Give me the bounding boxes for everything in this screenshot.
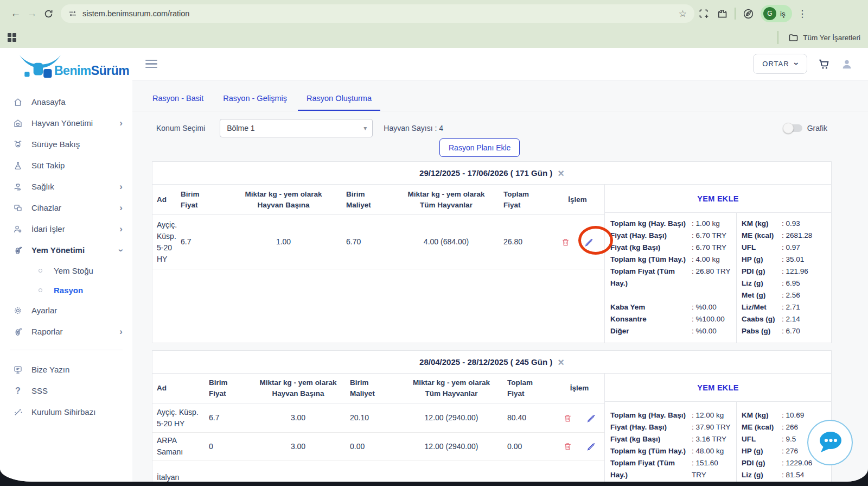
close-icon[interactable]: ×: [558, 357, 564, 368]
sidebar: BenimSürüm Anasayfa Hayvan Yönetimi › Sü…: [0, 48, 132, 482]
unit-cost: 20.10: [346, 412, 400, 424]
sidebar-item-idari-isler[interactable]: İdari İşler ›: [0, 218, 132, 239]
table-row: İtalyan: [152, 460, 604, 482]
stat-row: Toplam kg (Tüm Hay.): 4.00 kg: [610, 254, 734, 266]
sidebar-item-sut-takip[interactable]: Süt Takip: [0, 155, 132, 176]
sidebar-item-raporlar[interactable]: Raporlar ›: [0, 321, 132, 342]
health-icon: [12, 181, 23, 192]
browser-window: ← → sistem.benimsurum.com/ration ☆: [0, 0, 868, 482]
controls-row: Konum Seçimi Bölme 1 ▾ Hayvan Sayısı : 4…: [156, 119, 827, 137]
back-icon[interactable]: ←: [8, 8, 24, 20]
site-settings-icon[interactable]: [68, 9, 77, 18]
app-logo[interactable]: BenimSürüm: [0, 48, 132, 81]
chrome-menu-icon[interactable]: ⋮: [795, 8, 809, 20]
browser-chrome: ← → sistem.benimsurum.com/ration ☆: [0, 0, 868, 48]
tab-rasyon-gelismis[interactable]: Rasyon - Gelişmiş: [214, 90, 296, 111]
plan1-date-range: 29/12/2025 - 17/06/2026 ( 171 Gün ): [419, 168, 552, 178]
total-price: 80.40: [503, 412, 554, 424]
all-bookmarks-label: Tüm Yer İşaretleri: [803, 34, 860, 42]
sidebar-item-bize-yazin[interactable]: Bize Yazın: [0, 359, 132, 380]
screenshot-icon[interactable]: [694, 8, 713, 19]
app-topbar: ORTAR ›: [132, 48, 868, 80]
summary-panel: YEM EKLE Toplam kg (Hay. Başı): 1.00 kg …: [604, 185, 831, 343]
toggle-knob: [783, 123, 794, 134]
gear-icon: [12, 305, 23, 316]
sidebar-item-anasayfa[interactable]: Anasayfa: [0, 91, 132, 112]
unit-cost: 6.70: [342, 236, 393, 248]
logo-text-benim: Benim: [54, 64, 91, 78]
organization-dropdown[interactable]: ORTAR ›: [753, 54, 807, 74]
location-select-value: Bölme 1: [227, 124, 363, 132]
hamburger-menu-icon[interactable]: [145, 58, 157, 71]
sidebar-subitem-rasyon[interactable]: Rasyon: [0, 280, 132, 300]
feed-name: İtalyan: [152, 472, 205, 482]
stat-row: Pabs (g): 6.70: [742, 325, 829, 337]
add-feed-button[interactable]: YEM EKLE: [605, 374, 831, 402]
logo-text-surum: Sürüm: [91, 64, 129, 78]
sidebar-item-cihazlar[interactable]: Cihazlar ›: [0, 197, 132, 218]
sidebar-subitem-yem-stogu[interactable]: Yem Stoğu: [0, 261, 132, 280]
delete-icon[interactable]: [563, 413, 572, 423]
all-bookmarks[interactable]: Tüm Yer İşaretleri: [777, 31, 860, 44]
extensions-icon[interactable]: [713, 8, 731, 19]
sidebar-item-sss[interactable]: ? SSS: [0, 380, 132, 401]
unit-price: 6.7: [205, 412, 251, 424]
stat-row: HP (g): 35.01: [742, 254, 829, 266]
edit-pencil-icon[interactable]: [586, 441, 596, 451]
forward-icon[interactable]: →: [24, 8, 40, 20]
profile-chip[interactable]: G iş: [761, 5, 792, 22]
graph-toggle[interactable]: [784, 124, 802, 132]
cart-icon[interactable]: [818, 58, 830, 70]
qty-per-animal: 3.00: [251, 441, 346, 452]
add-feed-button[interactable]: YEM EKLE: [605, 185, 831, 213]
sidebar-item-ayarlar[interactable]: Ayarlar: [0, 300, 132, 321]
reload-icon[interactable]: [40, 9, 56, 19]
stat-row: Toplam kg (Hay. Başı): 12.00 kg: [610, 409, 734, 421]
sidebar-item-suruye-bakis[interactable]: Sürüye Bakış: [0, 134, 132, 155]
stat-row: Toplam Fiyat (Tüm Hay.): 26.80 TRY: [610, 266, 734, 289]
table-row: Ayçiç. Küsp. 5-20 HY 6.7 1.00 6.70 4.00 …: [152, 215, 604, 269]
delete-icon[interactable]: [563, 441, 572, 451]
sidebar-item-kurulum-sihirbazi[interactable]: Kurulum Sihirbazı: [0, 401, 132, 422]
sidebar-item-saglik[interactable]: Sağlık ›: [0, 176, 132, 197]
stat-row: Diğer: %0.00: [610, 325, 734, 337]
edit-pencil-icon[interactable]: [586, 413, 596, 423]
url-bar[interactable]: sistem.benimsurum.com/ration ☆: [61, 4, 694, 23]
cow-icon: [12, 139, 23, 150]
delete-icon[interactable]: [561, 237, 570, 247]
bookmarks-bar: Tüm Yer İşaretleri: [0, 27, 868, 48]
feed-table: Ad BirimFiyat Miktar kg - yem olarakHayv…: [152, 374, 604, 482]
qty-all-animals: 4.00 (684.00): [393, 236, 499, 248]
bullet-circle-icon: [39, 288, 42, 292]
sidebar-item-hayvan-yonetimi[interactable]: Hayvan Yönetimi ›: [0, 112, 132, 134]
location-select[interactable]: Bölme 1 ▾: [220, 119, 373, 137]
qty-all-animals: 12.00 (2940.00): [400, 412, 503, 424]
stat-row: Liz/Met: 2.71: [742, 301, 829, 313]
col-toplam-fiyat: ToplamFiyat: [503, 377, 554, 399]
add-ration-plan-button[interactable]: Rasyon Planı Ekle: [439, 138, 520, 157]
col-miktar-hayvan-basina: Miktar kg - yem olarakHayvan Başına: [251, 377, 346, 399]
col-islem: İşlem: [551, 194, 604, 205]
tab-rasyon-basit[interactable]: Rasyon - Basit: [144, 90, 212, 111]
total-price: 26.80: [499, 236, 551, 248]
unit-price: 0: [205, 441, 251, 452]
sidebar-item-yem-yonetimi[interactable]: Yem Yönetimi ›: [0, 239, 132, 261]
stat-row: UFL: 0.97: [742, 242, 829, 254]
tab-rasyon-olusturma[interactable]: Rasyon Oluşturma: [298, 90, 380, 111]
url-text[interactable]: sistem.benimsurum.com/ration: [82, 9, 676, 18]
apps-grid-icon[interactable]: [8, 33, 16, 42]
edit-pencil-icon[interactable]: [584, 237, 594, 247]
bookmarks-divider: [777, 31, 778, 44]
performance-leaf-icon[interactable]: [739, 8, 757, 20]
chat-bubble-button[interactable]: [807, 420, 853, 465]
contact-icon: [12, 364, 23, 375]
animal-count-label: Hayvan Sayısı : 4: [384, 124, 443, 132]
feed-icon: [12, 245, 23, 256]
sidebar-divider: [10, 350, 123, 350]
caret-down-icon: ▾: [363, 124, 367, 132]
user-icon[interactable]: [841, 58, 853, 70]
col-islem: İşlem: [554, 383, 604, 394]
bookmark-star-icon[interactable]: ☆: [676, 8, 689, 20]
close-icon[interactable]: ×: [558, 168, 564, 179]
organization-label: ORTAR: [762, 60, 789, 68]
